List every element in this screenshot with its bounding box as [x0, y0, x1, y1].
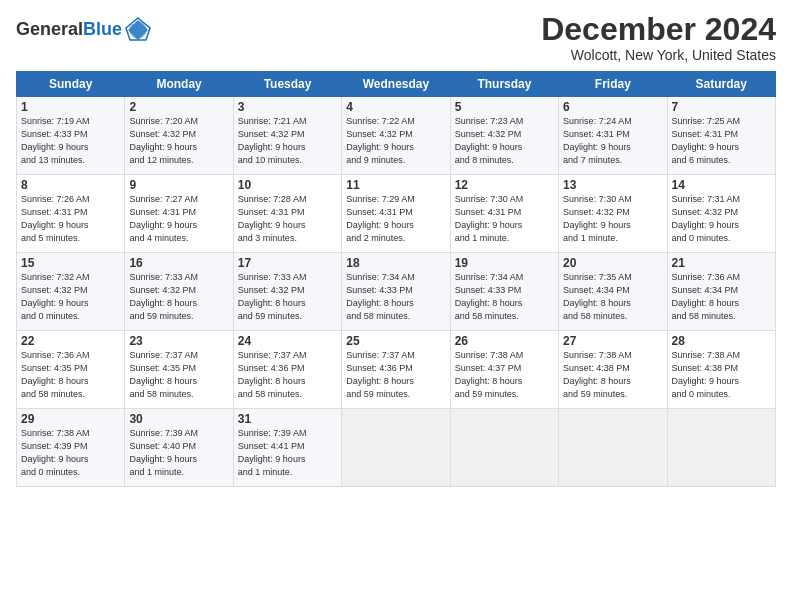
- weekday-header: Friday: [559, 72, 667, 97]
- day-number: 23: [129, 334, 228, 348]
- day-info: Sunrise: 7:36 AM Sunset: 4:34 PM Dayligh…: [672, 271, 771, 323]
- day-info: Sunrise: 7:34 AM Sunset: 4:33 PM Dayligh…: [455, 271, 554, 323]
- day-info: Sunrise: 7:34 AM Sunset: 4:33 PM Dayligh…: [346, 271, 445, 323]
- calendar-day-cell: 4Sunrise: 7:22 AM Sunset: 4:32 PM Daylig…: [342, 97, 450, 175]
- logo: GeneralBlue: [16, 16, 152, 44]
- day-info: Sunrise: 7:33 AM Sunset: 4:32 PM Dayligh…: [238, 271, 337, 323]
- calendar-table: SundayMondayTuesdayWednesdayThursdayFrid…: [16, 71, 776, 487]
- calendar-day-cell: 26Sunrise: 7:38 AM Sunset: 4:37 PM Dayli…: [450, 331, 558, 409]
- day-number: 16: [129, 256, 228, 270]
- day-number: 12: [455, 178, 554, 192]
- calendar-week-row: 22Sunrise: 7:36 AM Sunset: 4:35 PM Dayli…: [17, 331, 776, 409]
- calendar-day-cell: 1Sunrise: 7:19 AM Sunset: 4:33 PM Daylig…: [17, 97, 125, 175]
- calendar-day-cell: 22Sunrise: 7:36 AM Sunset: 4:35 PM Dayli…: [17, 331, 125, 409]
- weekday-row: SundayMondayTuesdayWednesdayThursdayFrid…: [17, 72, 776, 97]
- calendar-day-cell: 27Sunrise: 7:38 AM Sunset: 4:38 PM Dayli…: [559, 331, 667, 409]
- day-number: 6: [563, 100, 662, 114]
- day-info: Sunrise: 7:36 AM Sunset: 4:35 PM Dayligh…: [21, 349, 120, 401]
- weekday-header: Wednesday: [342, 72, 450, 97]
- day-number: 1: [21, 100, 120, 114]
- day-info: Sunrise: 7:39 AM Sunset: 4:40 PM Dayligh…: [129, 427, 228, 479]
- calendar-day-cell: 19Sunrise: 7:34 AM Sunset: 4:33 PM Dayli…: [450, 253, 558, 331]
- day-info: Sunrise: 7:38 AM Sunset: 4:38 PM Dayligh…: [563, 349, 662, 401]
- day-number: 4: [346, 100, 445, 114]
- weekday-header: Tuesday: [233, 72, 341, 97]
- calendar-day-cell: 29Sunrise: 7:38 AM Sunset: 4:39 PM Dayli…: [17, 409, 125, 487]
- day-info: Sunrise: 7:38 AM Sunset: 4:39 PM Dayligh…: [21, 427, 120, 479]
- day-info: Sunrise: 7:37 AM Sunset: 4:36 PM Dayligh…: [238, 349, 337, 401]
- day-info: Sunrise: 7:22 AM Sunset: 4:32 PM Dayligh…: [346, 115, 445, 167]
- calendar-day-cell: 24Sunrise: 7:37 AM Sunset: 4:36 PM Dayli…: [233, 331, 341, 409]
- day-info: Sunrise: 7:27 AM Sunset: 4:31 PM Dayligh…: [129, 193, 228, 245]
- calendar-day-cell: [342, 409, 450, 487]
- day-info: Sunrise: 7:25 AM Sunset: 4:31 PM Dayligh…: [672, 115, 771, 167]
- day-info: Sunrise: 7:19 AM Sunset: 4:33 PM Dayligh…: [21, 115, 120, 167]
- day-info: Sunrise: 7:26 AM Sunset: 4:31 PM Dayligh…: [21, 193, 120, 245]
- day-number: 13: [563, 178, 662, 192]
- day-number: 11: [346, 178, 445, 192]
- logo-general-text: General: [16, 19, 83, 39]
- day-info: Sunrise: 7:30 AM Sunset: 4:31 PM Dayligh…: [455, 193, 554, 245]
- weekday-header: Monday: [125, 72, 233, 97]
- calendar-day-cell: [667, 409, 775, 487]
- day-number: 2: [129, 100, 228, 114]
- title-block: December 2024 Wolcott, New York, United …: [541, 12, 776, 63]
- day-number: 3: [238, 100, 337, 114]
- day-number: 8: [21, 178, 120, 192]
- day-number: 9: [129, 178, 228, 192]
- day-info: Sunrise: 7:31 AM Sunset: 4:32 PM Dayligh…: [672, 193, 771, 245]
- page-header: GeneralBlue December 2024 Wolcott, New Y…: [16, 12, 776, 63]
- day-number: 5: [455, 100, 554, 114]
- day-number: 30: [129, 412, 228, 426]
- calendar-day-cell: 10Sunrise: 7:28 AM Sunset: 4:31 PM Dayli…: [233, 175, 341, 253]
- calendar-day-cell: 14Sunrise: 7:31 AM Sunset: 4:32 PM Dayli…: [667, 175, 775, 253]
- calendar-day-cell: 2Sunrise: 7:20 AM Sunset: 4:32 PM Daylig…: [125, 97, 233, 175]
- weekday-header: Sunday: [17, 72, 125, 97]
- day-info: Sunrise: 7:38 AM Sunset: 4:38 PM Dayligh…: [672, 349, 771, 401]
- calendar-day-cell: 18Sunrise: 7:34 AM Sunset: 4:33 PM Dayli…: [342, 253, 450, 331]
- day-info: Sunrise: 7:37 AM Sunset: 4:36 PM Dayligh…: [346, 349, 445, 401]
- calendar-day-cell: 3Sunrise: 7:21 AM Sunset: 4:32 PM Daylig…: [233, 97, 341, 175]
- day-number: 18: [346, 256, 445, 270]
- day-info: Sunrise: 7:23 AM Sunset: 4:32 PM Dayligh…: [455, 115, 554, 167]
- month-title: December 2024: [541, 12, 776, 47]
- weekday-header: Saturday: [667, 72, 775, 97]
- calendar-day-cell: 30Sunrise: 7:39 AM Sunset: 4:40 PM Dayli…: [125, 409, 233, 487]
- calendar-header: SundayMondayTuesdayWednesdayThursdayFrid…: [17, 72, 776, 97]
- weekday-header: Thursday: [450, 72, 558, 97]
- day-info: Sunrise: 7:20 AM Sunset: 4:32 PM Dayligh…: [129, 115, 228, 167]
- day-number: 14: [672, 178, 771, 192]
- calendar-day-cell: 9Sunrise: 7:27 AM Sunset: 4:31 PM Daylig…: [125, 175, 233, 253]
- day-number: 26: [455, 334, 554, 348]
- day-number: 27: [563, 334, 662, 348]
- day-info: Sunrise: 7:24 AM Sunset: 4:31 PM Dayligh…: [563, 115, 662, 167]
- calendar-week-row: 15Sunrise: 7:32 AM Sunset: 4:32 PM Dayli…: [17, 253, 776, 331]
- day-info: Sunrise: 7:30 AM Sunset: 4:32 PM Dayligh…: [563, 193, 662, 245]
- day-number: 29: [21, 412, 120, 426]
- day-number: 22: [21, 334, 120, 348]
- calendar-week-row: 8Sunrise: 7:26 AM Sunset: 4:31 PM Daylig…: [17, 175, 776, 253]
- calendar-day-cell: 28Sunrise: 7:38 AM Sunset: 4:38 PM Dayli…: [667, 331, 775, 409]
- day-number: 24: [238, 334, 337, 348]
- logo-icon: [124, 16, 152, 44]
- page-container: GeneralBlue December 2024 Wolcott, New Y…: [0, 0, 792, 612]
- day-info: Sunrise: 7:39 AM Sunset: 4:41 PM Dayligh…: [238, 427, 337, 479]
- calendar-day-cell: 21Sunrise: 7:36 AM Sunset: 4:34 PM Dayli…: [667, 253, 775, 331]
- day-number: 10: [238, 178, 337, 192]
- calendar-day-cell: 6Sunrise: 7:24 AM Sunset: 4:31 PM Daylig…: [559, 97, 667, 175]
- calendar-day-cell: 31Sunrise: 7:39 AM Sunset: 4:41 PM Dayli…: [233, 409, 341, 487]
- day-number: 28: [672, 334, 771, 348]
- calendar-day-cell: 8Sunrise: 7:26 AM Sunset: 4:31 PM Daylig…: [17, 175, 125, 253]
- day-number: 7: [672, 100, 771, 114]
- day-info: Sunrise: 7:38 AM Sunset: 4:37 PM Dayligh…: [455, 349, 554, 401]
- calendar-day-cell: 12Sunrise: 7:30 AM Sunset: 4:31 PM Dayli…: [450, 175, 558, 253]
- day-number: 20: [563, 256, 662, 270]
- day-number: 15: [21, 256, 120, 270]
- day-info: Sunrise: 7:32 AM Sunset: 4:32 PM Dayligh…: [21, 271, 120, 323]
- calendar-day-cell: 16Sunrise: 7:33 AM Sunset: 4:32 PM Dayli…: [125, 253, 233, 331]
- calendar-day-cell: 7Sunrise: 7:25 AM Sunset: 4:31 PM Daylig…: [667, 97, 775, 175]
- day-number: 19: [455, 256, 554, 270]
- day-number: 31: [238, 412, 337, 426]
- calendar-body: 1Sunrise: 7:19 AM Sunset: 4:33 PM Daylig…: [17, 97, 776, 487]
- calendar-day-cell: 17Sunrise: 7:33 AM Sunset: 4:32 PM Dayli…: [233, 253, 341, 331]
